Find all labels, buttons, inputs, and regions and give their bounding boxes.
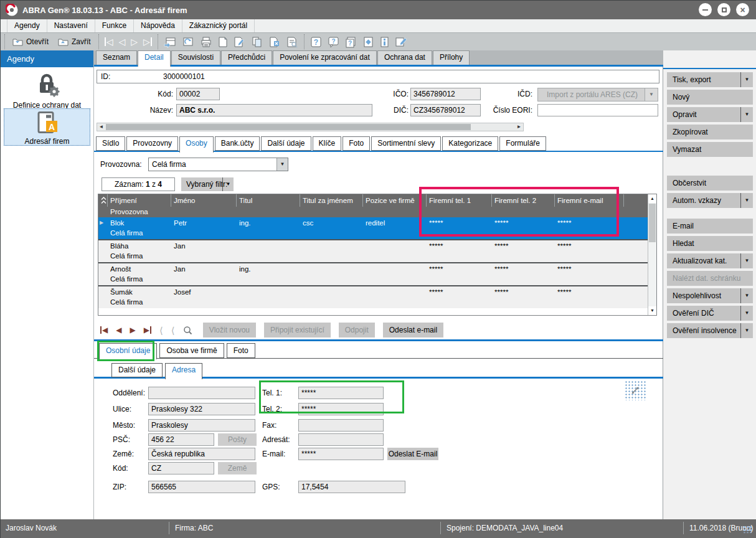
first-record-icon[interactable]: ◁ (105, 37, 113, 46)
kod-zeme-field[interactable]: CZ (148, 462, 214, 474)
table-row[interactable]: Šumák Josef ***** ***** ***** Celá firma (98, 285, 656, 308)
menu-funkce[interactable]: Funkce (95, 19, 134, 32)
feedback-icon[interactable] (395, 36, 407, 48)
delete-record-icon[interactable] (269, 36, 280, 48)
tab-kategorizace[interactable]: Kategorizace (442, 136, 498, 151)
open-agenda-icon[interactable] (164, 36, 176, 48)
dropdown-icon[interactable]: ▼ (740, 306, 753, 321)
kod-field[interactable]: 00002 (176, 88, 220, 100)
vymazat-button[interactable]: Vymazat (667, 142, 753, 157)
tab-povoleni[interactable]: Povolení ke zpracování dat (273, 50, 377, 65)
zip-field[interactable]: 566565 (148, 481, 255, 493)
nalezt-dat-schranku-button[interactable]: Nalézt dat. schránku (667, 271, 753, 286)
tab-foto[interactable]: Foto (343, 136, 370, 151)
overeni-insolvence-button[interactable]: Ověření insolvence▼ (667, 323, 753, 338)
vscroll-thumb[interactable] (649, 204, 656, 242)
filter-dropdown-icon[interactable]: ▼ (222, 177, 234, 191)
adresat-field[interactable] (298, 433, 384, 446)
print-icon[interactable] (200, 36, 212, 48)
insert-new-button[interactable]: Vložit novou (203, 323, 256, 337)
help-topics-icon[interactable]: ? (345, 36, 357, 48)
opravit-button[interactable]: Opravit▼ (667, 107, 753, 122)
sidebar-item-adresar-firem[interactable]: A Adresář firem (4, 108, 90, 146)
next-record-icon[interactable]: ▷ (131, 37, 138, 46)
tisk-export-button[interactable]: Tisk, export▼ (667, 72, 753, 87)
tab-adresa[interactable]: Adresa (165, 363, 202, 379)
form-hscrollbar[interactable]: ◄ ► (97, 123, 524, 131)
ulice-field[interactable]: Praskolesy 322 (148, 403, 255, 415)
tab-dalsi-udaje-person[interactable]: Další údaje (111, 363, 163, 377)
col-tel2[interactable]: Firemní tel. 2 (492, 194, 555, 207)
nespolehlivost-button[interactable]: Nespolehlivost▼ (667, 288, 753, 303)
dropdown-icon[interactable]: ▼ (740, 72, 753, 87)
col-tel1[interactable]: Firemní tel. 1 (427, 194, 492, 207)
zeme-field[interactable]: Česká republika (148, 448, 255, 460)
col-jmeno[interactable]: Jméno (171, 194, 237, 207)
resize-grip-icon[interactable] (743, 526, 752, 533)
psc-field[interactable]: 456 22 (148, 433, 214, 446)
id-field[interactable]: ID: 3000000101 (97, 70, 659, 83)
gps-field[interactable]: 17,5454 (298, 481, 405, 493)
tab-sidlo[interactable]: Sídlo (96, 136, 125, 151)
scroll-left-icon[interactable]: ◄ (97, 123, 105, 131)
email-panel-button[interactable]: E-mail (667, 219, 753, 234)
context-help-icon[interactable]: ? (328, 36, 339, 48)
search-icon[interactable] (183, 326, 192, 335)
last-person-icon[interactable]: ▶ (144, 326, 151, 334)
table-row[interactable]: ▶ Blok Petr ing. csc reditel ***** *****… (98, 217, 656, 239)
open-button[interactable]: Otevřít (11, 34, 50, 49)
menu-nastaveni[interactable]: Nastavení (47, 19, 95, 32)
next-person-icon[interactable]: ▶ (130, 326, 135, 334)
import-ares-button[interactable]: Import z portálu ARES (CZ) ▼ (537, 88, 658, 101)
menu-agendy[interactable]: Agendy (7, 19, 47, 32)
tab-sortimentni-slevy[interactable]: Sortimentní slevy (371, 136, 441, 151)
tab-bank-ucty[interactable]: Bank.účty (215, 136, 260, 151)
tab-ochrana-dat[interactable]: Ochrana dat (377, 50, 432, 65)
overeni-dic-button[interactable]: Ověření DIČ▼ (667, 306, 753, 321)
tab-osobni-udaje[interactable]: Osobní údaje (99, 343, 157, 359)
close-button[interactable]: × (736, 3, 749, 16)
last-record-icon[interactable]: ▷ (143, 37, 152, 46)
dropdown-icon[interactable]: ▼ (740, 253, 753, 268)
mesto-field[interactable]: Praskolesy (148, 419, 255, 432)
col-email[interactable]: Firemní e-mail (555, 194, 624, 207)
tab-souvislosti[interactable]: Souvislosti (171, 50, 220, 65)
posty-button[interactable]: Pošty (218, 433, 257, 446)
send-email-button[interactable]: Odeslat e-mail (383, 323, 443, 337)
tab-detail[interactable]: Detail (138, 50, 171, 67)
menu-zakaznicky-portal[interactable]: Zákaznický portál (182, 19, 255, 32)
scroll-right-icon[interactable]: ► (515, 123, 523, 131)
table-vscrollbar[interactable]: ▲ ▼ (648, 194, 656, 315)
expand-group-icon[interactable]: ⟨ (171, 326, 175, 335)
copy-record-icon[interactable] (251, 36, 263, 48)
tab-dalsi-udaje[interactable]: Další údaje (261, 136, 311, 151)
zeme-button[interactable]: Země (218, 462, 257, 474)
reload-agenda-icon[interactable] (182, 36, 194, 48)
zkopirovat-button[interactable]: Zkopírovat (667, 125, 753, 139)
tab-prilohy[interactable]: Přílohy (433, 50, 470, 65)
attach-existing-button[interactable]: Připojit existující (264, 323, 331, 337)
col-pozice[interactable]: Pozice ve firmě (363, 194, 427, 207)
eori-field[interactable] (537, 104, 658, 116)
col-titul[interactable]: Titul (237, 194, 300, 207)
related-docs-icon[interactable] (362, 36, 374, 48)
ico-field[interactable]: 3456789012 (410, 88, 481, 100)
scroll-down-icon[interactable]: ▼ (648, 306, 656, 315)
previous-person-icon[interactable]: ◀ (116, 326, 121, 334)
tab-klice[interactable]: Klíče (313, 136, 342, 151)
edit-record-icon[interactable] (234, 36, 245, 48)
obcerstvit-button[interactable]: Občerstvit (667, 176, 753, 191)
collapse-group-icon[interactable]: ⟨ (159, 326, 163, 335)
dropdown-icon[interactable]: ▼ (740, 323, 753, 338)
tab-osoba-ve-firme[interactable]: Osoba ve firmě (159, 343, 224, 358)
tab-predchudci[interactable]: Předchůdci (221, 50, 272, 65)
info-icon[interactable] (380, 36, 389, 48)
novy-button[interactable]: Nový (667, 90, 753, 105)
previous-record-icon[interactable]: ◁ (118, 37, 125, 46)
resize-handle[interactable] (625, 380, 646, 400)
autom-vzkazy-button[interactable]: Autom. vzkazy▼ (667, 193, 753, 208)
aktualizovat-kat-button[interactable]: Aktualizovat kat.▼ (667, 253, 753, 268)
ares-dropdown-icon[interactable]: ▼ (645, 88, 658, 101)
col-titul-za[interactable]: Titul za jménem (300, 194, 363, 207)
new-record-icon[interactable] (218, 36, 228, 48)
